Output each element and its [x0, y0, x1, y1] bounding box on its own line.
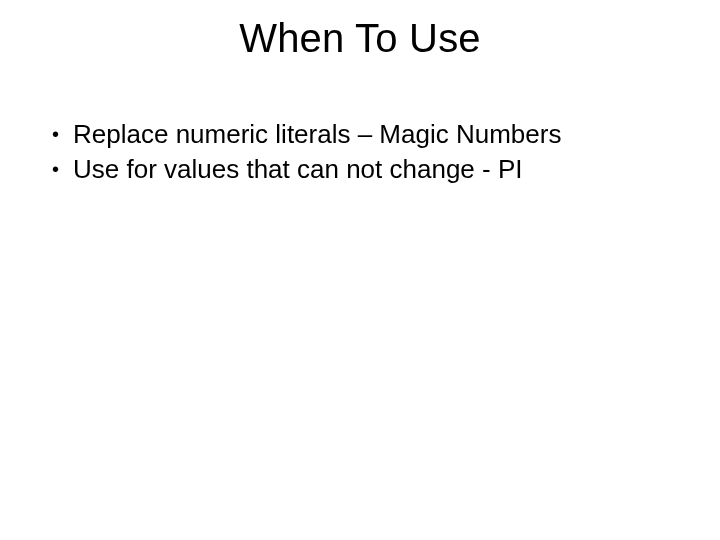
list-item: • Replace numeric literals – Magic Numbe…: [52, 118, 680, 151]
list-item: • Use for values that can not change - P…: [52, 153, 680, 186]
bullet-icon: •: [52, 153, 59, 185]
slide: When To Use • Replace numeric literals –…: [0, 0, 720, 540]
slide-body: • Replace numeric literals – Magic Numbe…: [52, 118, 680, 189]
bullet-icon: •: [52, 118, 59, 150]
bullet-text: Use for values that can not change - PI: [73, 153, 522, 186]
slide-title: When To Use: [0, 16, 720, 61]
bullet-text: Replace numeric literals – Magic Numbers: [73, 118, 561, 151]
